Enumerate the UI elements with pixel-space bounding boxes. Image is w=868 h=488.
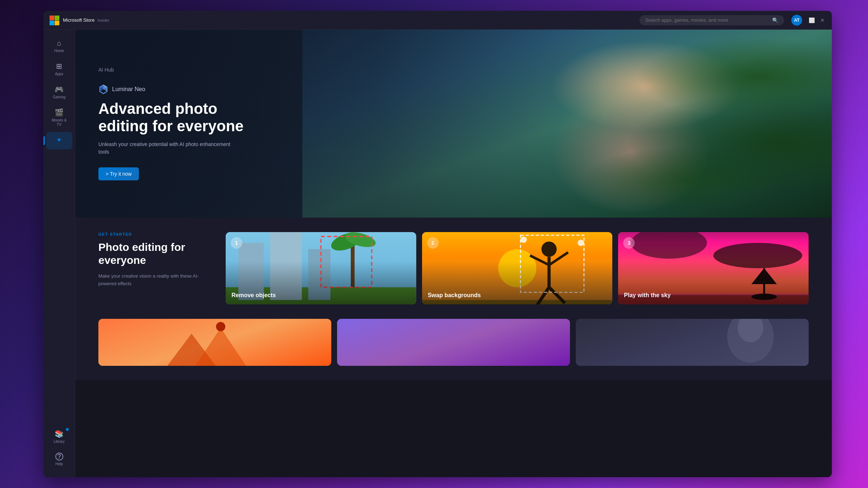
app-title: Microsoft Store (63, 17, 94, 23)
hero-banner: AI Hub Luminar Neo Advanced photo editin… (75, 30, 832, 218)
hero-title: Advanced photo editing for everyone (98, 100, 250, 135)
search-bar[interactable]: 🔍 (639, 15, 784, 25)
ai-icon: ✦ (56, 136, 62, 144)
sidebar-item-home-label: Home (54, 49, 64, 53)
hero-cta-button[interactable]: > Try it now (98, 167, 139, 180)
bottom-cards-row (75, 319, 832, 380)
bottom-card-1[interactable] (98, 319, 331, 366)
section-description: Make your creative vision a reality with… (98, 273, 214, 288)
svg-rect-0 (50, 16, 54, 20)
sidebar-item-apps-label: Apps (55, 72, 63, 76)
close-button[interactable]: ✕ (819, 17, 826, 24)
feature-card-1[interactable]: 1 Remove objects (226, 232, 416, 304)
section-eyebrow: GET STARTED (98, 232, 214, 236)
home-icon: ⌂ (57, 39, 61, 47)
section-row: GET STARTED Photo editing for everyone M… (98, 232, 809, 304)
movies-icon: 🎬 (55, 108, 64, 117)
bottom-card-1-illustration (98, 319, 331, 366)
restore-button[interactable]: ⬜ (808, 17, 815, 24)
svg-rect-2 (50, 21, 54, 25)
section-title: Photo editing for everyone (98, 241, 214, 267)
hero-section-label: AI Hub (98, 67, 809, 73)
sidebar-item-movies-label: Movies & TV (49, 118, 69, 127)
svg-rect-3 (55, 21, 59, 25)
app-logo (49, 15, 59, 25)
main-content: AI Hub Luminar Neo Advanced photo editin… (75, 30, 832, 477)
gaming-icon: 🎮 (55, 85, 64, 94)
feature-card-2[interactable]: 2 Swap backgrounds (422, 232, 613, 304)
bottom-card-2[interactable] (337, 319, 570, 366)
sidebar: ⌂ Home ⊞ Apps 🎮 Gaming 🎬 Movies & TV ✦ � (43, 30, 75, 477)
library-icon: 📚 (55, 429, 64, 438)
svg-rect-43 (576, 319, 809, 366)
hero-brand: Luminar Neo (98, 84, 809, 94)
apps-icon: ⊞ (56, 62, 62, 70)
svg-rect-1 (55, 16, 59, 20)
feature-card-3[interactable]: 3 Play with the sky (618, 232, 809, 304)
app-window: Microsoft Store Insider 🔍 AT ⬜ ✕ ⌂ Home … (43, 11, 832, 477)
sidebar-item-help[interactable]: ? Help (46, 449, 72, 470)
get-started-section: GET STARTED Photo editing for everyone M… (75, 218, 832, 319)
help-icon: ? (55, 453, 63, 461)
search-icon: 🔍 (772, 17, 778, 23)
insider-badge: Insider (97, 18, 109, 22)
sidebar-item-gaming-label: Gaming (53, 95, 65, 99)
svg-rect-42 (337, 319, 570, 366)
feature-card-3-label: Play with the sky (624, 292, 803, 299)
brand-name: Luminar Neo (112, 86, 145, 93)
bottom-card-3-content (576, 319, 809, 366)
feature-card-1-content: Remove objects (226, 286, 416, 304)
sidebar-item-movies[interactable]: 🎬 Movies & TV (46, 104, 72, 130)
section-text: GET STARTED Photo editing for everyone M… (98, 232, 214, 288)
app-body: ⌂ Home ⊞ Apps 🎮 Gaming 🎬 Movies & TV ✦ � (43, 30, 832, 477)
sidebar-item-ai[interactable]: ✦ (46, 132, 72, 149)
window-controls: ⬜ ✕ (808, 17, 826, 24)
sidebar-item-help-label: Help (55, 462, 63, 466)
avatar[interactable]: AT (791, 15, 802, 26)
hero-subtitle: Unleash your creative potential with AI … (98, 141, 236, 156)
hero-content: AI Hub Luminar Neo Advanced photo editin… (75, 30, 832, 218)
feature-cards: 1 Remove objects (226, 232, 809, 304)
notification-dot (66, 428, 69, 431)
bottom-card-2-illustration (337, 319, 570, 366)
feature-card-2-number: 2 (427, 237, 439, 249)
sidebar-item-home[interactable]: ⌂ Home (46, 35, 72, 57)
feature-card-2-content: Swap backgrounds (422, 286, 613, 304)
feature-card-1-label: Remove objects (231, 292, 410, 299)
sidebar-item-apps[interactable]: ⊞ Apps (46, 58, 72, 80)
brand-logo-icon (98, 84, 109, 94)
search-input[interactable] (645, 17, 772, 23)
sidebar-item-gaming[interactable]: 🎮 Gaming (46, 81, 72, 103)
svg-point-41 (216, 322, 225, 331)
bottom-card-2-content (337, 319, 570, 366)
bottom-card-1-content (98, 319, 331, 366)
feature-card-1-number: 1 (231, 237, 242, 249)
titlebar: Microsoft Store Insider 🔍 AT ⬜ ✕ (43, 11, 832, 30)
bottom-card-3[interactable] (576, 319, 809, 366)
feature-card-2-label: Swap backgrounds (428, 292, 607, 299)
feature-card-3-content: Play with the sky (618, 286, 809, 304)
sidebar-item-library[interactable]: 📚 Library (46, 426, 72, 448)
bottom-card-3-illustration (576, 319, 809, 366)
sidebar-item-library-label: Library (54, 440, 65, 444)
